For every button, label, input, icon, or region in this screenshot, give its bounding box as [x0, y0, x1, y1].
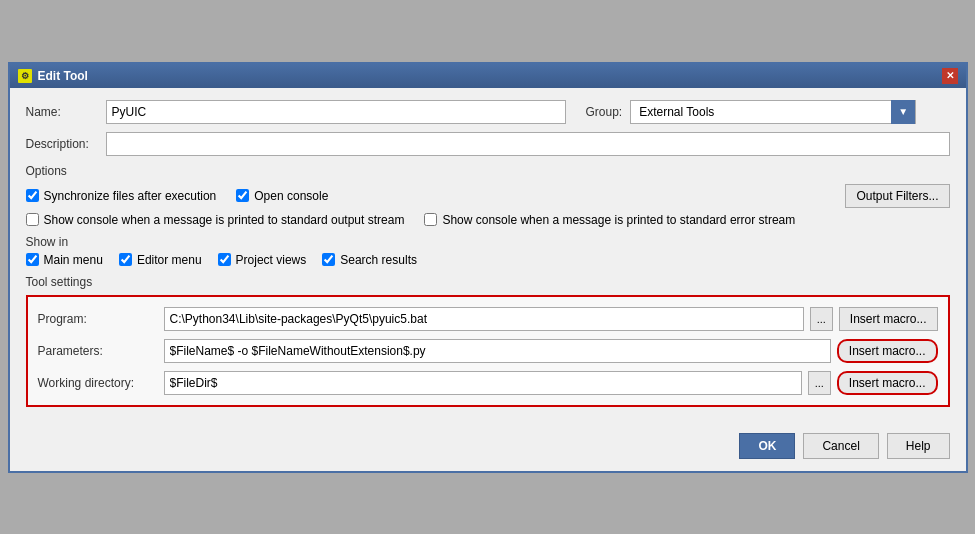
dialog-body: Name: Group: ▼ Description: Options Sync…	[10, 88, 966, 429]
options-section: Options Synchronize files after executio…	[26, 164, 950, 227]
cancel-button[interactable]: Cancel	[803, 433, 878, 459]
group-select-wrapper: ▼	[630, 100, 916, 124]
open-console-check[interactable]	[236, 189, 249, 202]
dialog-footer: OK Cancel Help	[10, 429, 966, 471]
parameters-input[interactable]	[164, 339, 831, 363]
program-browse-button[interactable]: ...	[810, 307, 833, 331]
name-group-row: Name: Group: ▼	[26, 100, 950, 124]
dialog-title: Edit Tool	[38, 69, 88, 83]
sync-files-label: Synchronize files after execution	[44, 189, 217, 203]
working-dir-row: Working directory: ... Insert macro...	[38, 371, 938, 395]
description-row: Description:	[26, 132, 950, 156]
working-dir-input[interactable]	[164, 371, 802, 395]
working-dir-label: Working directory:	[38, 376, 158, 390]
description-input[interactable]	[106, 132, 950, 156]
description-label: Description:	[26, 137, 106, 151]
open-console-checkbox[interactable]: Open console	[236, 189, 328, 203]
group-label: Group:	[586, 105, 623, 119]
options-row-2: Show console when a message is printed t…	[26, 213, 950, 227]
sync-files-checkbox[interactable]: Synchronize files after execution	[26, 189, 217, 203]
show-console-print-label: Show console when a message is printed t…	[44, 213, 405, 227]
parameters-label: Parameters:	[38, 344, 158, 358]
search-results-label: Search results	[340, 253, 417, 267]
parameters-insert-macro-button[interactable]: Insert macro...	[837, 339, 938, 363]
main-menu-checkbox[interactable]: Main menu	[26, 253, 103, 267]
editor-menu-checkbox[interactable]: Editor menu	[119, 253, 202, 267]
program-row: Program: ... Insert macro...	[38, 307, 938, 331]
program-insert-macro-button[interactable]: Insert macro...	[839, 307, 938, 331]
show-console-error-check[interactable]	[424, 213, 437, 226]
editor-menu-label: Editor menu	[137, 253, 202, 267]
show-console-error-checkbox[interactable]: Show console when a message is printed t…	[424, 213, 795, 227]
working-dir-browse-button[interactable]: ...	[808, 371, 831, 395]
project-views-label: Project views	[236, 253, 307, 267]
project-views-check[interactable]	[218, 253, 231, 266]
tool-settings-section: Program: ... Insert macro... Parameters:…	[26, 295, 950, 407]
sync-files-check[interactable]	[26, 189, 39, 202]
group-dropdown-button[interactable]: ▼	[891, 100, 915, 124]
open-console-label: Open console	[254, 189, 328, 203]
options-row-1: Synchronize files after execution Open c…	[26, 184, 950, 208]
project-views-checkbox[interactable]: Project views	[218, 253, 307, 267]
show-console-print-checkbox[interactable]: Show console when a message is printed t…	[26, 213, 405, 227]
edit-tool-dialog: ⚙ Edit Tool ✕ Name: Group: ▼ Description…	[8, 62, 968, 473]
output-filters-button[interactable]: Output Filters...	[845, 184, 949, 208]
dialog-icon: ⚙	[18, 69, 32, 83]
search-results-checkbox[interactable]: Search results	[322, 253, 417, 267]
group-select[interactable]	[631, 102, 891, 122]
main-menu-check[interactable]	[26, 253, 39, 266]
close-button[interactable]: ✕	[942, 68, 958, 84]
help-button[interactable]: Help	[887, 433, 950, 459]
parameters-row: Parameters: Insert macro...	[38, 339, 938, 363]
show-in-section: Show in Main menu Editor menu Project vi…	[26, 235, 950, 267]
show-in-row: Main menu Editor menu Project views Sear…	[26, 253, 950, 267]
name-label: Name:	[26, 105, 106, 119]
ok-button[interactable]: OK	[739, 433, 795, 459]
search-results-check[interactable]	[322, 253, 335, 266]
program-label: Program:	[38, 312, 158, 326]
show-console-print-check[interactable]	[26, 213, 39, 226]
working-dir-insert-macro-button[interactable]: Insert macro...	[837, 371, 938, 395]
main-menu-label: Main menu	[44, 253, 103, 267]
title-bar-left: ⚙ Edit Tool	[18, 69, 88, 83]
options-label: Options	[26, 164, 950, 178]
show-in-label: Show in	[26, 235, 69, 249]
title-bar: ⚙ Edit Tool ✕	[10, 64, 966, 88]
name-input[interactable]	[106, 100, 566, 124]
tool-settings-label: Tool settings	[26, 275, 950, 289]
editor-menu-check[interactable]	[119, 253, 132, 266]
show-console-error-label: Show console when a message is printed t…	[442, 213, 795, 227]
program-input[interactable]	[164, 307, 804, 331]
